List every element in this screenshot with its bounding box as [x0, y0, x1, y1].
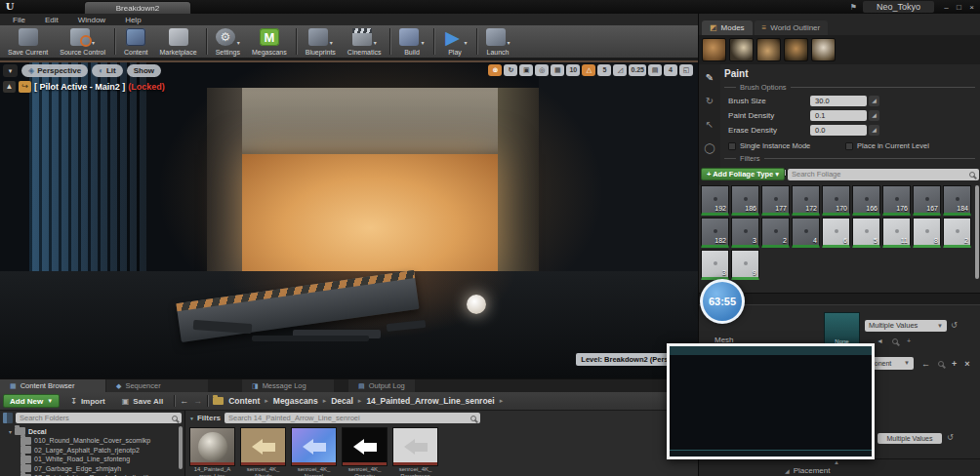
add-foliage-type-button[interactable]: + Add Foliage Type ▾	[701, 168, 785, 180]
camera-perspective-menu[interactable]: ◈Perspective	[21, 64, 88, 77]
foliage-type-tile[interactable]: 177	[761, 185, 790, 216]
foliage-type-tile[interactable]: 4	[792, 218, 820, 248]
toolbar-build-button[interactable]: ▾Build	[393, 26, 429, 57]
save-all-button[interactable]: ▣Save All	[116, 397, 169, 406]
foliage-type-tile[interactable]: 167	[913, 185, 941, 216]
viewport-snap-value[interactable]: 4	[664, 64, 677, 76]
minimize-button[interactable]: –	[940, 3, 953, 12]
foliage-type-tile[interactable]: 8	[913, 218, 941, 248]
foliage-mode-thumbnail[interactable]	[811, 38, 836, 61]
foliage-type-tile[interactable]: 6	[822, 218, 850, 248]
toolbar-launch-button[interactable]: ▾Launch	[480, 26, 516, 57]
collapse-arrow-icon[interactable]: ▲	[834, 459, 839, 465]
forward-arrow-button[interactable]: →	[193, 396, 202, 406]
viewport-tool-icon[interactable]: ⊕	[488, 64, 502, 76]
foliage-type-tile[interactable]: 192	[701, 185, 729, 216]
breadcrumb-item[interactable]: 14_Painted_Arrow_Line_senroei	[366, 396, 494, 406]
erase-density-input[interactable]: 0.0	[810, 125, 867, 136]
menu-help[interactable]: Help	[116, 16, 149, 24]
pilot-camera-icon[interactable]: ↪	[19, 81, 31, 93]
viewport-options-dropdown[interactable]: ▾	[3, 64, 18, 77]
toolbar-cinematics-button[interactable]: ▾Cinematics	[342, 26, 388, 57]
add-new-button[interactable]: Add New▼	[3, 394, 60, 408]
toolbar-megascans-button[interactable]: MMegascans	[246, 26, 293, 57]
tree-item-folder[interactable]: 02_Large_Asphalt_Patch_rjenotp2	[20, 446, 182, 454]
sources-panel-toggle-icon[interactable]	[3, 413, 13, 423]
add-asset-icon[interactable]: +	[907, 337, 911, 344]
search-assets-input[interactable]	[228, 414, 467, 422]
mesh-thumbnail[interactable]: None	[824, 312, 860, 347]
foliage-type-tile[interactable]: 2	[943, 218, 971, 248]
viewport-snap-value[interactable]: 5	[597, 64, 611, 76]
back-arrow-button[interactable]: ←	[180, 396, 188, 406]
foliage-type-tile[interactable]: 172	[792, 185, 820, 216]
menu-window[interactable]: Window	[69, 16, 114, 24]
single-instance-mode-checkbox[interactable]: Single Instance Mode	[728, 141, 845, 150]
foliage-mode-thumbnail[interactable]	[756, 38, 781, 61]
search-folders-box[interactable]	[16, 413, 182, 423]
foliage-type-tile[interactable]: 170	[822, 185, 850, 216]
foliage-type-tile[interactable]: 182	[701, 218, 729, 248]
search-foliage-input[interactable]	[792, 170, 965, 178]
foliage-mode-thumbnail[interactable]	[784, 38, 808, 61]
asset-item[interactable]: senroei_4K_Opacity	[342, 427, 388, 476]
viewport-tool-icon[interactable]: ◿	[613, 64, 627, 76]
tree-scrollbar[interactable]	[179, 426, 183, 469]
viewport-tool-icon[interactable]: ▦	[551, 64, 564, 76]
add-component-icon[interactable]: +	[952, 359, 957, 369]
paint-tool-button[interactable]: ◯	[702, 140, 717, 155]
foliage-mode-thumbnail[interactable]	[702, 38, 726, 61]
foliage-type-tile[interactable]: 9	[731, 250, 759, 280]
multiple-values-field[interactable]: Multiple Values	[878, 433, 942, 444]
paint-density-input[interactable]: 0.1	[810, 110, 867, 121]
expander-icon[interactable]: ▾	[9, 428, 12, 435]
placement-section[interactable]: ▲ Placement	[699, 458, 980, 476]
tab-modes[interactable]: ◩Modes	[702, 20, 753, 35]
foliage-type-tile[interactable]: 184	[943, 185, 971, 216]
maximize-button[interactable]: □	[953, 3, 965, 12]
stop-piloting-button[interactable]: ▲	[3, 81, 16, 93]
viewport-tool-icon[interactable]: ▣	[519, 64, 533, 76]
paint-tool-button[interactable]: ✎	[702, 70, 717, 85]
foliage-type-tile[interactable]: 166	[852, 185, 880, 216]
filters-button[interactable]: Filters	[189, 414, 221, 422]
viewport-tool-icon[interactable]: ◱	[679, 64, 693, 76]
viewport-tool-icon[interactable]: ↻	[504, 64, 517, 76]
asset-item[interactable]: senroei_4K_Normal	[291, 427, 337, 476]
viewport-tool-icon[interactable]: ▤	[648, 64, 662, 76]
place-in-current-level-checkbox[interactable]: Place in Current Level	[845, 141, 962, 150]
toolbar-play-button[interactable]: ▶▾Play	[437, 26, 473, 57]
asset-item[interactable]: senroei_4K_Albedo	[240, 427, 286, 476]
viewport-tool-icon[interactable]: ◎	[535, 64, 549, 76]
foliage-type-tile[interactable]: 176	[882, 185, 911, 216]
tab-sequencer[interactable]: ◆Sequencer	[106, 379, 208, 392]
tab-world-outliner[interactable]: ≡World Outliner	[755, 20, 829, 35]
view-mode-menu[interactable]: ◐Lit	[92, 64, 123, 77]
reset-property-icon[interactable]: ↺	[951, 321, 958, 330]
tab-output-log[interactable]: ▤Output Log	[348, 379, 415, 392]
asset-item[interactable]: senroei_4K_Roughness	[392, 427, 438, 476]
use-selected-icon[interactable]: ◄	[877, 337, 883, 344]
tree-root-decal[interactable]: ▾ Decal	[9, 427, 182, 435]
foliage-type-tile[interactable]: 5	[852, 218, 880, 248]
tab-content-browser[interactable]: ▦Content Browser	[0, 379, 105, 392]
foliage-type-tile[interactable]: 2	[761, 218, 790, 248]
foliage-type-tile[interactable]: 186	[731, 185, 759, 216]
viewport-3d[interactable]: ▾ ◈Perspective ◐Lit Show ▲ ↪ [ Pilot Act…	[0, 60, 698, 378]
paint-tool-button[interactable]: ↻	[702, 94, 717, 108]
tree-item-folder[interactable]: 010_Round_Manhole_Cover_scomlkp	[20, 437, 182, 445]
toolbar-settings-button[interactable]: ⚙▾Settings	[210, 26, 246, 57]
tree-item-folder[interactable]: 07_Garbage_Edge_shmjayh	[20, 464, 182, 472]
breadcrumb-item[interactable]: Content	[228, 396, 260, 406]
toolbar-blueprints-button[interactable]: ▾Blueprints	[300, 26, 342, 57]
breadcrumb-item[interactable]: Decal	[331, 396, 353, 406]
back-arrow-icon[interactable]: ←	[921, 359, 930, 369]
viewport-tool-icon[interactable]: △	[582, 64, 595, 76]
reset-property-icon[interactable]: ↺	[947, 433, 954, 442]
tab-message-log[interactable]: ◨Message Log	[242, 379, 334, 392]
breadcrumb-item[interactable]: Megascans	[273, 396, 318, 406]
foliage-type-tile[interactable]: 11	[882, 218, 911, 248]
close-button[interactable]: ×	[965, 3, 978, 12]
mesh-asset-dropdown[interactable]: Multiple Values▼	[865, 320, 947, 332]
paint-tool-button[interactable]: ↖	[702, 117, 717, 132]
